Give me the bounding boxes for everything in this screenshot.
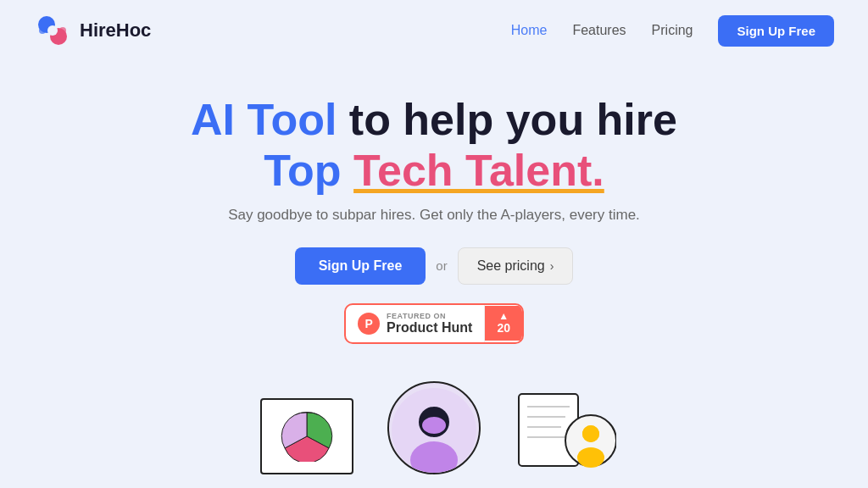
logo-icon — [34, 12, 71, 49]
nav-features[interactable]: Features — [572, 23, 626, 38]
nav-signup-button[interactable]: Sign Up Free — [718, 15, 834, 47]
resume-illustration — [515, 390, 608, 474]
hero-title-rest: to help you hire — [337, 95, 677, 144]
nav-links: Home Features Pricing Sign Up Free — [511, 15, 834, 47]
ph-count: 20 — [497, 321, 510, 336]
navbar: HireHoc Home Features Pricing Sign Up Fr… — [0, 0, 868, 61]
pie-chart-svg — [273, 411, 341, 462]
svg-point-2 — [47, 25, 58, 36]
chart-illustration — [260, 398, 353, 474]
chevron-right-icon: › — [550, 259, 554, 273]
hero-title-blue: AI Tool — [191, 95, 337, 144]
ph-product-hunt-label: Product Hunt — [387, 320, 472, 336]
ph-left: P FEATURED ON Product Hunt — [346, 305, 485, 342]
hero-pricing-button[interactable]: See pricing › — [458, 247, 574, 285]
svg-point-9 — [422, 417, 446, 434]
hero-section: AI Tool to help you hire Top Tech Talent… — [0, 61, 868, 381]
ph-right: ▲ 20 — [485, 306, 522, 341]
hero-title-pink: Tech Talent. — [353, 146, 604, 195]
hero-signup-button[interactable]: Sign Up Free — [295, 247, 426, 285]
illustrations — [0, 381, 868, 474]
ph-icon: P — [358, 313, 380, 335]
svg-point-4 — [59, 27, 66, 34]
cta-row: Sign Up Free or See pricing › — [295, 247, 574, 285]
nav-pricing[interactable]: Pricing — [652, 23, 693, 38]
nav-home[interactable]: Home — [511, 23, 548, 38]
logo[interactable]: HireHoc — [34, 12, 151, 49]
hero-subtitle: Say goodbye to subpar hires. Get only th… — [228, 207, 640, 224]
person-svg — [392, 388, 476, 473]
ph-featured-on-label: FEATURED ON — [387, 312, 472, 320]
resume-svg — [515, 390, 616, 483]
svg-point-18 — [582, 425, 599, 442]
hero-title: AI Tool to help you hire Top Tech Talent… — [191, 95, 677, 197]
person-illustration — [387, 381, 481, 474]
hero-pricing-label: See pricing — [477, 258, 545, 274]
ph-arrow-icon: ▲ — [498, 311, 509, 321]
svg-point-3 — [39, 27, 46, 34]
ph-text-block: FEATURED ON Product Hunt — [387, 312, 472, 336]
svg-point-17 — [577, 447, 604, 468]
logo-text: HireHoc — [80, 19, 151, 42]
cta-or-text: or — [436, 258, 447, 273]
product-hunt-badge[interactable]: P FEATURED ON Product Hunt ▲ 20 — [344, 303, 524, 344]
hero-title-top-blue: Top — [264, 146, 353, 195]
